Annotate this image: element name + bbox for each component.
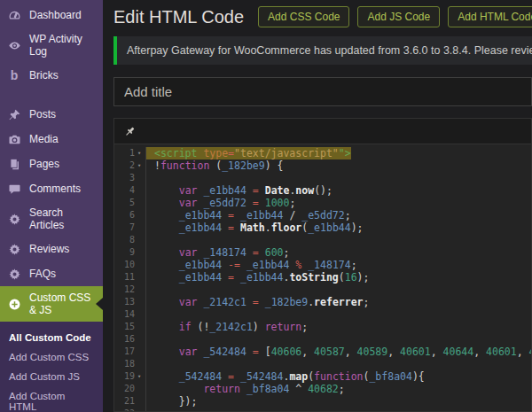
sidebar-submenu: All Custom CodeAdd Custom CSSAdd Custom … bbox=[0, 322, 103, 412]
sidebar-item-label: Search Articles bbox=[29, 206, 96, 231]
sidebar-item-bricks[interactable]: bBricks bbox=[0, 63, 103, 88]
sidebar-menu: DashboardWP Activity LogbBricksPostsMedi… bbox=[0, 3, 103, 412]
sidebar-item-dashboard[interactable]: Dashboard bbox=[0, 3, 103, 27]
comment-icon bbox=[7, 182, 21, 196]
line-number: 19▾ bbox=[114, 370, 146, 383]
code-text: }); bbox=[146, 395, 197, 408]
code-editor: 1▾<script type="text/javascript"">2▾!fun… bbox=[113, 118, 532, 412]
code-line-11[interactable]: 11 _e1bb44 = _e1bb44.toString(16); bbox=[114, 271, 531, 284]
line-number: 5 bbox=[114, 197, 146, 209]
submenu-item-add-custom-js[interactable]: Add Custom JS bbox=[0, 367, 103, 386]
code-line-18[interactable]: 18 bbox=[114, 358, 531, 370]
code-line-4[interactable]: 4 var _e1bb44 = Date.now(); bbox=[114, 184, 531, 197]
code-line-1[interactable]: 1▾<script type="text/javascript""> bbox=[114, 147, 531, 159]
code-area[interactable]: 1▾<script type="text/javascript"">2▾!fun… bbox=[114, 144, 531, 411]
code-text: _e1bb44 = Math.floor(_e1bb44); bbox=[146, 222, 364, 234]
code-text bbox=[146, 172, 154, 184]
fold-arrow-icon[interactable]: ▾ bbox=[136, 159, 143, 172]
code-text: var _2142c1 = _182be9.referrer; bbox=[146, 296, 369, 308]
line-number: 11 bbox=[114, 271, 146, 284]
sidebar-item-label: Posts bbox=[29, 108, 56, 120]
code-text: _e1bb44 = _e1bb44 / _e5dd72; bbox=[146, 209, 351, 222]
submenu-item-all-custom-code[interactable]: All Custom Code bbox=[0, 328, 103, 347]
line-number: 7 bbox=[114, 222, 146, 234]
fold-arrow-icon[interactable]: ▾ bbox=[136, 370, 143, 383]
sidebar-group: PostsMediaPagesCommentsSearch ArticlesRe… bbox=[0, 102, 103, 322]
line-number: 2▾ bbox=[114, 159, 146, 172]
title-input[interactable] bbox=[113, 77, 532, 106]
code-line-6[interactable]: 6 _e1bb44 = _e1bb44 / _e5dd72; bbox=[114, 209, 531, 222]
pushpin-icon[interactable] bbox=[123, 125, 137, 138]
sidebar-item-search-articles[interactable]: Search Articles bbox=[0, 201, 103, 237]
code-line-22[interactable]: 22 bbox=[114, 408, 531, 411]
sidebar-item-label: WP Activity Log bbox=[29, 33, 96, 58]
line-number: 21 bbox=[114, 395, 146, 408]
line-number: 3 bbox=[114, 172, 146, 184]
code-line-16[interactable]: 16 bbox=[114, 333, 531, 346]
sidebar-item-label: Media bbox=[29, 133, 59, 145]
code-text: _e1bb44 -= _e1bb44 % _148174; bbox=[146, 259, 357, 271]
add-js-code-button[interactable]: Add JS Code bbox=[357, 6, 440, 27]
code-line-5[interactable]: 5 var _e5dd72 = 1000; bbox=[114, 197, 531, 209]
code-text: _542484 = _542484.map(function(_bf8a04){ bbox=[146, 370, 425, 383]
code-text: return _bf8a04 ^ 40682; bbox=[146, 383, 345, 395]
code-text bbox=[146, 333, 154, 346]
code-line-14[interactable]: 14 bbox=[114, 308, 531, 321]
code-line-10[interactable]: 10 _e1bb44 -= _e1bb44 % _148174; bbox=[114, 259, 531, 271]
admin-sidebar: DashboardWP Activity LogbBricksPostsMedi… bbox=[0, 0, 103, 412]
sidebar-item-custom-css-js[interactable]: Custom CSS & JS bbox=[0, 286, 103, 322]
sidebar-item-label: Dashboard bbox=[29, 9, 82, 21]
code-text: if (!_2142c1) return; bbox=[146, 321, 308, 333]
sidebar-group: DashboardWP Activity LogbBricks bbox=[0, 3, 103, 88]
sidebar-item-label: Bricks bbox=[29, 69, 59, 82]
submenu-item-add-custom-html[interactable]: Add Custom HTML bbox=[0, 386, 103, 412]
code-text: var _e5dd72 = 1000; bbox=[146, 197, 295, 209]
sidebar-item-comments[interactable]: Comments bbox=[0, 176, 103, 201]
sidebar-item-wp-activity-log[interactable]: WP Activity Log bbox=[0, 27, 103, 63]
code-line-2[interactable]: 2▾!function (_182be9) { bbox=[114, 159, 531, 172]
sidebar-item-posts[interactable]: Posts bbox=[0, 102, 103, 127]
line-number: 17 bbox=[114, 346, 146, 358]
code-line-3[interactable]: 3 bbox=[114, 172, 531, 184]
add-css-code-button[interactable]: Add CSS Code bbox=[258, 6, 349, 27]
pages-icon bbox=[7, 157, 21, 171]
add-html-code-button[interactable]: Add HTML Code bbox=[448, 6, 532, 27]
sidebar-item-pages[interactable]: Pages bbox=[0, 152, 103, 176]
code-text: !function (_182be9) { bbox=[146, 159, 283, 172]
sidebar-item-label: FAQs bbox=[29, 268, 56, 280]
code-line-17[interactable]: 17 var _542484 = [40606, 40587, 40589, 4… bbox=[114, 346, 531, 358]
sidebar-item-faqs[interactable]: FAQs bbox=[0, 261, 103, 286]
eye-icon bbox=[7, 38, 21, 52]
sidebar-item-label: Comments bbox=[29, 183, 81, 195]
code-line-9[interactable]: 9 var _148174 = 600; bbox=[114, 246, 531, 259]
code-text: <script type="text/javascript""> bbox=[146, 147, 351, 159]
code-line-19[interactable]: 19▾ _542484 = _542484.map(function(_bf8a… bbox=[114, 370, 531, 383]
bricks-icon: b bbox=[7, 68, 21, 82]
code-line-13[interactable]: 13 var _2142c1 = _182be9.referrer; bbox=[114, 296, 531, 308]
line-number: 9 bbox=[114, 246, 146, 259]
submenu-item-add-custom-css[interactable]: Add Custom CSS bbox=[0, 347, 103, 367]
notice-text: Afterpay Gateway for WooCommerce has upd… bbox=[127, 44, 532, 57]
main-content: Edit HTML Code Add CSS CodeAdd JS CodeAd… bbox=[103, 0, 532, 412]
line-number: 13 bbox=[114, 296, 146, 308]
code-line-7[interactable]: 7 _e1bb44 = Math.floor(_e1bb44); bbox=[114, 222, 531, 234]
line-number: 1▾ bbox=[114, 147, 146, 159]
gear-icon bbox=[7, 212, 21, 226]
code-text: var _e1bb44 = Date.now(); bbox=[146, 184, 332, 197]
code-line-12[interactable]: 12 bbox=[114, 284, 531, 296]
gear-icon bbox=[7, 242, 21, 256]
sidebar-item-reviews[interactable]: Reviews bbox=[0, 237, 103, 261]
sidebar-item-media[interactable]: Media bbox=[0, 127, 103, 152]
code-line-15[interactable]: 15 if (!_2142c1) return; bbox=[114, 321, 531, 333]
code-line-8[interactable]: 8 bbox=[114, 234, 531, 246]
code-text bbox=[146, 234, 154, 246]
code-line-20[interactable]: 20 return _bf8a04 ^ 40682; bbox=[114, 383, 531, 395]
line-number: 16 bbox=[114, 333, 146, 346]
fold-arrow-icon[interactable]: ▾ bbox=[136, 147, 143, 159]
sidebar-item-label: Pages bbox=[29, 158, 59, 170]
code-text bbox=[146, 408, 154, 411]
code-line-21[interactable]: 21 }); bbox=[114, 395, 531, 408]
line-number: 12 bbox=[114, 284, 146, 296]
camera-icon bbox=[7, 132, 21, 146]
editor-toolbar bbox=[114, 119, 531, 144]
